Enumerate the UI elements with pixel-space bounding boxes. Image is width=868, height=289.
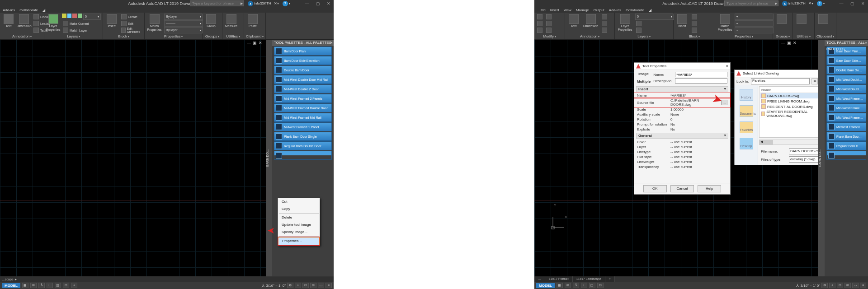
text-button[interactable]: Text [2, 14, 15, 28]
measure-button[interactable]: Measure [224, 14, 238, 28]
back-button[interactable]: ⇦ [811, 78, 818, 84]
model-tab[interactable]: MODEL [2, 283, 20, 288]
lookin-select[interactable]: Palettes [751, 78, 810, 84]
group-block[interactable]: Block [105, 34, 142, 39]
palette-item[interactable]: Mid-West Double Z Door [274, 84, 332, 93]
group-layers[interactable]: Layers [46, 34, 101, 39]
account-area[interactable]: ▲ info33KTH ✕▾ ?▾ [248, 0, 290, 6]
insert-button[interactable]: Insert [105, 14, 118, 28]
palette-item[interactable] [274, 151, 332, 160]
palette-item[interactable]: Barn Door Side… [826, 56, 866, 65]
place-favorites[interactable]: Favorites [740, 121, 753, 133]
palette-item[interactable]: Mid-West Doubl… [826, 84, 866, 93]
insert-section[interactable]: Insert [636, 86, 728, 92]
palette-item[interactable]: Plank Barn Door Single [274, 132, 332, 141]
tab-collaborate[interactable]: Collaborate [19, 8, 38, 12]
browse-button[interactable]: … [721, 100, 727, 105]
layer-select[interactable]: 0 [83, 14, 101, 20]
name-field[interactable] [675, 72, 727, 77]
minimize-button[interactable]: — [837, 1, 845, 6]
file-item[interactable]: BARN DOORS.dwg [760, 93, 820, 98]
linetype-select[interactable]: ByLayer [164, 27, 203, 33]
palette-item[interactable] [826, 151, 866, 160]
ctx-properties[interactable]: Properties... [278, 237, 320, 245]
paste-button[interactable]: Paste [246, 14, 259, 28]
edit-button[interactable]: Edit [120, 20, 142, 27]
palette-spine[interactable]: BARN DO… [266, 40, 272, 276]
dialog-close-icon[interactable]: × [726, 64, 728, 69]
palette-close-icon[interactable]: × [865, 40, 867, 46]
place-history[interactable]: History [740, 89, 753, 101]
group-properties[interactable]: Properties [717, 34, 771, 39]
edit-attributes-button[interactable]: Edit Attributes [120, 27, 142, 33]
palette-item[interactable]: Barn Door Plan [274, 47, 332, 56]
model-tab[interactable]: MODEL [536, 283, 555, 288]
palette-item[interactable]: Regular Barn D… [826, 141, 866, 150]
palette-item[interactable]: Mid-West Frame… [826, 94, 866, 103]
scale-display[interactable]: 3/16" = 1'-0" [801, 284, 820, 288]
account-area[interactable]: ▲ info33KTH ✕▾ ?▾ [782, 0, 825, 6]
palette-item[interactable]: Double Barn Door [274, 65, 332, 75]
close-button[interactable]: ✕ [859, 1, 867, 6]
group-annotation[interactable]: Annotation [2, 34, 42, 39]
palette-item[interactable]: Double Barn Do… [826, 65, 866, 75]
general-section[interactable]: General [636, 133, 728, 139]
palette-item[interactable]: Plank Barn Doo… [826, 132, 866, 141]
viewport-controls[interactable]: —▣✕ [781, 41, 797, 45]
palette-item[interactable]: Mid-West Frame… [826, 113, 866, 122]
group-utilities[interactable]: Utilities [224, 34, 242, 39]
palette-item[interactable]: Midwest Framed… [826, 122, 866, 131]
tab-addins[interactable]: Add-ins [3, 8, 15, 12]
help-icon[interactable]: ? [283, 1, 288, 6]
place-documents[interactable]: Documents [740, 105, 753, 117]
group-block[interactable]: Block [675, 34, 713, 39]
layout-tabs[interactable]: … 11x17 Portrait 11x17 Landscape + [534, 276, 615, 282]
exchange-icon[interactable]: ✕▾ [274, 1, 279, 5]
file-list[interactable]: Name BARN DOORS.dwgFREE LIVING ROOM.dwgR… [759, 86, 821, 138]
file-item[interactable]: FREE LIVING ROOM.dwg [760, 98, 820, 104]
group-groups[interactable]: Groups [204, 34, 220, 39]
palette-spine[interactable]: BARN DO… [818, 40, 825, 276]
group-layers[interactable]: Layers [617, 34, 671, 39]
ctx-copy[interactable]: Copy [278, 205, 320, 213]
ctx-cut[interactable]: Cut [278, 198, 320, 205]
palette-item[interactable]: Mid-West Framed Mid Rail [274, 113, 332, 122]
help-icon[interactable]: ? [817, 1, 822, 6]
dimension-button[interactable]: Dimension [17, 14, 31, 28]
anno-scale[interactable]: 人 [261, 283, 265, 288]
group-clipboard[interactable]: Clipboard [246, 34, 264, 39]
palette-item[interactable]: Mid-West Double Door Mid Rail [274, 75, 332, 84]
scale-display[interactable]: 3/16" = 1'-0" [266, 284, 286, 288]
close-button[interactable]: ✕ [325, 1, 333, 6]
group-properties[interactable]: Properties [146, 34, 200, 39]
viewport-controls[interactable]: —▣✕ [247, 41, 262, 45]
palette-item[interactable]: Regular Barn Double Door [274, 141, 332, 150]
maximize-button[interactable]: ▢ [314, 1, 322, 6]
ok-button[interactable]: OK [643, 185, 667, 192]
create-button[interactable]: Create [120, 14, 142, 20]
search-input[interactable]: Type a keyword or phrase [190, 0, 244, 6]
group-annotation[interactable]: Annotation [567, 34, 613, 39]
ctx-update-image[interactable]: Update tool image [278, 221, 320, 228]
palette-item[interactable]: Midwest Framed 1 Panel [274, 122, 332, 131]
ctx-specify-image[interactable]: Specify image... [278, 228, 320, 236]
make-current-button[interactable]: Make Current [62, 20, 101, 27]
file-item[interactable]: RESIDENTIAL DOORS.dwg [760, 104, 820, 109]
layer-properties-button[interactable]: Layer Properties [46, 14, 60, 32]
palette-item[interactable]: Mid-West Framed Double Door [274, 103, 332, 112]
search-input[interactable]: Type a keyword or phrase [724, 0, 778, 6]
help-button[interactable]: Help [698, 185, 721, 192]
command-line[interactable]: …scape ► [0, 277, 334, 282]
file-item[interactable]: STARTER RESIDENTIAL WINDOWS.dwg [760, 109, 820, 118]
palette-item[interactable]: Mid-West Framed 2 Panels [274, 94, 332, 103]
description-field[interactable] [675, 78, 727, 84]
ctx-delete[interactable]: Delete [278, 214, 320, 221]
palette-item[interactable]: Mid-West Doubl… [826, 75, 866, 84]
palette-item[interactable]: Mid-West Frame… [826, 103, 866, 112]
match-properties-button[interactable]: Match Properties [146, 14, 162, 32]
color-select[interactable]: ByLayer [164, 14, 203, 20]
palette-close-icon[interactable]: × [330, 40, 333, 46]
palette-item[interactable]: Barn Door Side Elevation [274, 56, 332, 65]
tab-express[interactable]: ◢ [42, 8, 45, 12]
place-desktop[interactable]: Desktop [740, 138, 753, 149]
